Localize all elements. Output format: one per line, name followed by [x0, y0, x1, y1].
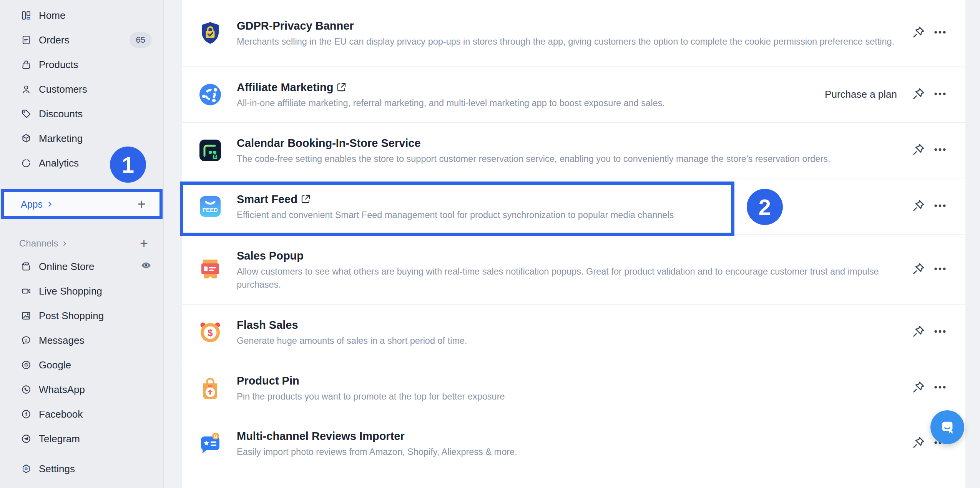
pin-icon[interactable]: [912, 262, 925, 277]
pin-icon[interactable]: [912, 87, 925, 102]
app-row-sales-popup[interactable]: Sales Popup Allow customers to see what …: [182, 235, 965, 305]
pin-icon[interactable]: [912, 199, 925, 214]
price-tag-icon: [21, 108, 32, 119]
chat-launcher-icon: [938, 418, 956, 436]
more-options-icon[interactable]: [933, 87, 947, 102]
pie-chart-icon: [21, 158, 32, 168]
sidebar-apps-highlight-box: Apps +: [1, 189, 163, 219]
purchase-plan-link[interactable]: Purchase a plan: [825, 88, 897, 100]
app-row-affiliate-marketing[interactable]: Affiliate Marketing All-in-one affiliate…: [182, 67, 965, 123]
svg-text:f: f: [25, 411, 27, 417]
storefront-icon: [21, 261, 32, 272]
app-row-calendar-booking[interactable]: Calendar Booking-In-Store Service The co…: [182, 123, 965, 178]
annotation-step-1: 1: [110, 147, 146, 183]
shopping-bag-icon: [21, 59, 32, 70]
b2b-icon: [198, 485, 223, 488]
affiliate-network-icon: [198, 82, 223, 107]
primary-nav: Home Orders 65 Products: [0, 0, 163, 175]
chevron-right-icon: [62, 241, 68, 246]
video-camera-icon: [21, 286, 32, 296]
sidebar-item-facebook[interactable]: f Facebook: [0, 402, 163, 426]
sidebar-item-products[interactable]: Products: [0, 52, 163, 77]
smart-feed-icon: FEED: [198, 194, 223, 219]
calendar-booking-icon: [198, 138, 223, 163]
more-options-icon[interactable]: [933, 199, 947, 214]
svg-text:G: G: [214, 434, 217, 439]
sidebar-item-label: Customers: [39, 83, 87, 95]
sidebar: Home Orders 65 Products: [0, 0, 164, 488]
main-area: GDPR-Privacy Banner Merchants selling in…: [164, 0, 980, 488]
app-row-product-pin[interactable]: Product Pin Pin the products you want to…: [182, 360, 965, 416]
sidebar-item-label: WhatsApp: [39, 384, 85, 396]
sidebar-item-marketing[interactable]: Marketing: [0, 126, 163, 151]
sidebar-item-orders[interactable]: Orders 65: [0, 28, 163, 52]
whatsapp-icon: [21, 384, 32, 395]
facebook-icon: f: [21, 409, 32, 420]
app-row-flash-sales[interactable]: $ Flash Sales Generate huge amounts of s…: [182, 305, 965, 360]
orders-count-badge: 65: [130, 32, 152, 48]
sidebar-item-home[interactable]: Home: [0, 3, 163, 28]
app-description: The code-free setting enables the store …: [237, 152, 895, 165]
app-description: All-in-one affiliate marketing, referral…: [237, 97, 811, 110]
app-title[interactable]: Multi-channel Reviews Importer: [237, 428, 895, 444]
orders-icon: [21, 35, 32, 45]
sidebar-item-label: Home: [39, 10, 65, 22]
google-icon: G: [21, 360, 32, 370]
chat-launcher-button[interactable]: [930, 410, 964, 444]
channels-label: Channels: [19, 238, 58, 249]
app-title[interactable]: Sales Popup: [237, 248, 895, 263]
sidebar-item-online-store[interactable]: Online Store: [0, 254, 163, 279]
app-description: Generate huge amounts of sales in a shor…: [237, 334, 895, 347]
channels-nav: Online Store Live Shopping: [0, 254, 163, 451]
sidebar-item-telegram[interactable]: Telegram: [0, 426, 163, 451]
sidebar-item-whatsapp[interactable]: WhatsApp: [0, 377, 163, 402]
sales-popup-icon: [198, 257, 223, 282]
sidebar-item-google[interactable]: G Google: [0, 353, 163, 377]
external-link-icon: [336, 82, 347, 92]
app-title[interactable]: B2B & Wholesale Solution: [237, 485, 895, 488]
pin-icon[interactable]: [912, 436, 925, 451]
app-title[interactable]: Calendar Booking-In-Store Service: [237, 135, 895, 151]
more-options-icon[interactable]: [933, 143, 947, 158]
sidebar-item-post-shopping[interactable]: Post Shopping: [0, 303, 163, 328]
sidebar-item-label: Online Store: [39, 261, 95, 273]
app-title[interactable]: Flash Sales: [237, 317, 895, 333]
app-row-gdpr-privacy-banner[interactable]: GDPR-Privacy Banner Merchants selling in…: [182, 0, 965, 67]
pin-icon[interactable]: [912, 143, 925, 158]
more-options-icon[interactable]: [933, 325, 947, 340]
pin-icon[interactable]: [912, 25, 925, 41]
channels-section-header: Channels +: [0, 235, 163, 252]
app-row-smart-feed[interactable]: FEED Smart Feed Efficient and convenient…: [182, 178, 965, 235]
sidebar-item-apps[interactable]: Apps: [21, 199, 53, 210]
app-row-reviews-importer[interactable]: G Multi-channel Reviews Importer Easily …: [182, 416, 965, 471]
more-options-icon[interactable]: [933, 380, 947, 396]
pin-icon[interactable]: [912, 380, 925, 396]
sidebar-item-label: Telegram: [39, 433, 80, 445]
more-options-icon[interactable]: [933, 262, 947, 277]
more-options-icon[interactable]: [933, 25, 947, 41]
app-title[interactable]: GDPR-Privacy Banner: [237, 18, 895, 33]
add-channel-button[interactable]: +: [140, 237, 148, 250]
pin-icon[interactable]: [912, 325, 925, 340]
visibility-toggle[interactable]: [140, 260, 152, 274]
image-icon: [21, 310, 32, 321]
sidebar-item-settings[interactable]: Settings: [0, 456, 163, 481]
channels-toggle[interactable]: Channels: [19, 238, 68, 249]
svg-text:FEED: FEED: [203, 207, 218, 213]
sidebar-item-label: Settings: [39, 463, 75, 475]
sidebar-item-messages[interactable]: Messages: [0, 328, 163, 353]
sidebar-item-customers[interactable]: Customers: [0, 77, 163, 102]
sidebar-item-label: Marketing: [39, 133, 83, 145]
app-title[interactable]: Affiliate Marketing: [237, 80, 811, 95]
sidebar-item-live-shopping[interactable]: Live Shopping: [0, 279, 163, 303]
sidebar-item-label: Post Shopping: [39, 310, 104, 322]
sidebar-item-label: Orders: [39, 34, 69, 46]
app-title[interactable]: Smart Feed: [237, 192, 895, 207]
sidebar-item-label: Google: [39, 359, 71, 371]
app-description: Efficient and convenient Smart Feed mana…: [237, 208, 895, 222]
app-title[interactable]: Product Pin: [237, 373, 895, 388]
sidebar-item-discounts[interactable]: Discounts: [0, 102, 163, 126]
person-icon: [21, 84, 32, 95]
app-row-b2b-wholesale[interactable]: B2B & Wholesale Solution: [182, 471, 965, 488]
add-app-button[interactable]: +: [138, 197, 146, 211]
